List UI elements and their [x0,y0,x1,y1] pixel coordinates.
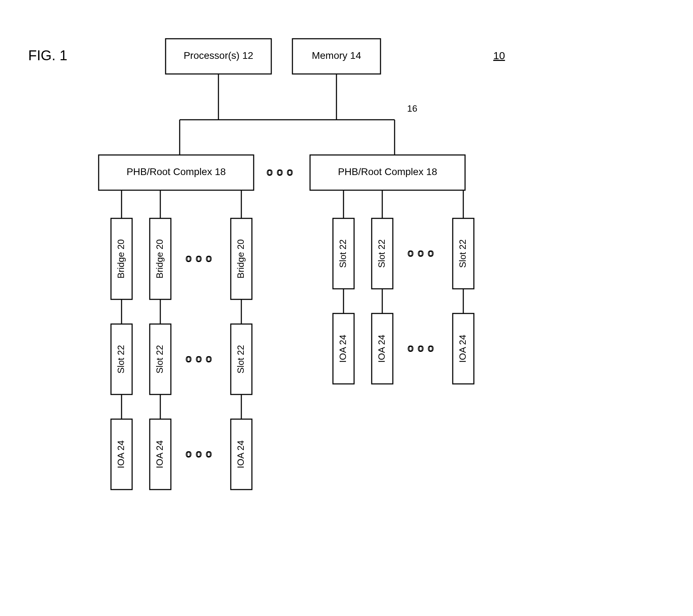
memory-label: Memory 14 [312,50,361,61]
ioaR-1-label: IOA 24 [338,335,348,363]
bridge-3-label: Bridge 20 [235,239,246,278]
slotR-ellipsis: ooo [408,247,438,259]
phb-left-label: PHB/Root Complex 18 [126,166,226,177]
ioaL-ellipsis: ooo [186,448,216,459]
bridge-2-label: Bridge 20 [154,239,165,278]
ioaL-1-label: IOA 24 [116,440,126,468]
processor-label: Processor(s) 12 [184,50,253,61]
ioaR-3-label: IOA 24 [457,335,468,363]
slotR-2-label: Slot 22 [376,239,387,268]
bus-ref-16: 16 [407,103,417,114]
figure-diagram: FIG. 1 10 Processor(s) 12 Memory 14 16 P… [0,0,693,616]
ioaR-2-label: IOA 24 [376,335,387,363]
slotL-2-label: Slot 22 [154,345,165,374]
figure-ref-10: 10 [493,50,505,61]
slotL-3-label: Slot 22 [235,345,246,374]
ioaR-ellipsis: ooo [408,342,438,354]
ioaL-2-label: IOA 24 [154,440,165,468]
phb-right-label: PHB/Root Complex 18 [338,166,437,177]
bridge-ellipsis: ooo [186,252,216,264]
slotL-ellipsis: ooo [186,353,216,364]
phb-ellipsis: ooo [267,166,297,178]
slotL-1-label: Slot 22 [116,345,126,374]
ioaL-3-label: IOA 24 [235,440,246,468]
slotR-3-label: Slot 22 [457,239,468,268]
bridge-1-label: Bridge 20 [116,239,126,278]
slotR-1-label: Slot 22 [338,239,348,268]
figure-label: FIG. 1 [28,48,67,63]
